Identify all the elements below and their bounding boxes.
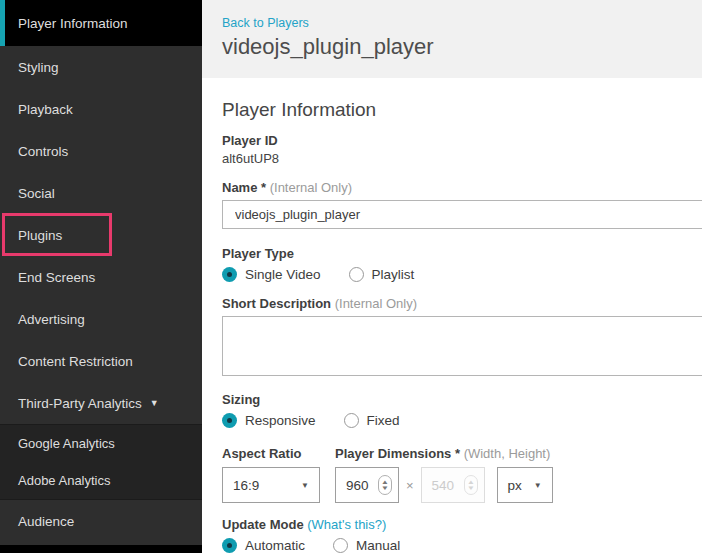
radio-label: Fixed	[367, 413, 400, 428]
width-stepper[interactable]: 960 ▲▼	[335, 467, 399, 503]
name-label: Name * (Internal Only)	[222, 180, 702, 195]
sidebar-item-end-screens[interactable]: End Screens	[0, 256, 202, 298]
player-id-value: alt6utUP8	[222, 151, 702, 166]
radio-playlist[interactable]: Playlist	[349, 267, 415, 282]
sizing-options: Responsive Fixed	[222, 413, 702, 428]
radio-checked-icon	[222, 413, 237, 428]
sizing-label: Sizing	[222, 392, 702, 407]
caret-down-icon: ▼	[534, 481, 542, 490]
radio-manual[interactable]: Manual	[333, 538, 400, 553]
radio-unchecked-icon	[333, 538, 348, 553]
update-mode-label-text: Update Mode	[222, 517, 304, 532]
aspect-ratio-value: 16:9	[233, 478, 259, 493]
analytics-submenu: Google Analytics Adobe Analytics	[0, 424, 202, 500]
short-description-hint: (Internal Only)	[335, 296, 417, 311]
aspect-ratio-label: Aspect Ratio	[222, 446, 320, 461]
sidebar-item-plugins[interactable]: Plugins	[0, 214, 202, 256]
radio-responsive[interactable]: Responsive	[222, 413, 316, 428]
sidebar-item-controls[interactable]: Controls	[0, 130, 202, 172]
radio-label: Manual	[356, 538, 400, 553]
stepper-arrows-icon: ▲▼	[464, 475, 478, 495]
sidebar: Player Information Styling Playback Cont…	[0, 0, 202, 553]
player-type-label: Player Type	[222, 246, 702, 261]
player-dimensions-label: Player Dimensions * (Width, Height)	[335, 446, 553, 461]
short-description-label: Short Description (Internal Only)	[222, 296, 702, 311]
player-id-label: Player ID	[222, 133, 702, 148]
radio-checked-icon	[222, 538, 237, 553]
sidebar-item-third-party-analytics[interactable]: Third-Party Analytics ▼	[0, 382, 202, 424]
page-title: videojs_plugin_player	[222, 34, 702, 60]
radio-single-video[interactable]: Single Video	[222, 267, 321, 282]
radio-unchecked-icon	[349, 267, 364, 282]
sidebar-bottom-strip	[0, 545, 202, 553]
dimensions-section: Aspect Ratio 16:9 ▼ Player Dimensions * …	[222, 446, 702, 503]
short-description-textarea[interactable]	[222, 316, 702, 376]
sidebar-item-advertising[interactable]: Advertising	[0, 298, 202, 340]
radio-label: Single Video	[245, 267, 321, 282]
player-type-options: Single Video Playlist	[222, 267, 702, 282]
width-value: 960	[346, 478, 369, 493]
back-to-players-link[interactable]: Back to Players	[222, 16, 309, 30]
unit-value: px	[508, 478, 522, 493]
height-stepper-disabled: 540 ▲▼	[421, 467, 485, 503]
player-dimensions-group: Player Dimensions * (Width, Height) 960 …	[335, 446, 553, 503]
aspect-ratio-select[interactable]: 16:9 ▼	[222, 467, 320, 503]
whats-this-link[interactable]: (What's this?)	[307, 517, 386, 532]
sidebar-item-social[interactable]: Social	[0, 172, 202, 214]
sidebar-item-adobe-analytics[interactable]: Adobe Analytics	[0, 462, 202, 499]
sidebar-item-player-information[interactable]: Player Information	[0, 0, 202, 46]
sidebar-item-label: Third-Party Analytics	[18, 396, 142, 411]
player-settings-app: Player Information Styling Playback Cont…	[0, 0, 702, 553]
main-panel: Back to Players videojs_plugin_player Pl…	[202, 0, 702, 553]
caret-down-icon: ▼	[301, 481, 309, 490]
sidebar-item-styling[interactable]: Styling	[0, 46, 202, 88]
sidebar-item-playback[interactable]: Playback	[0, 88, 202, 130]
radio-label: Automatic	[245, 538, 305, 553]
short-description-label-text: Short Description	[222, 296, 331, 311]
sidebar-item-google-analytics[interactable]: Google Analytics	[0, 425, 202, 462]
section-title: Player Information	[222, 99, 702, 121]
name-hint: (Internal Only)	[270, 180, 352, 195]
radio-unchecked-icon	[344, 413, 359, 428]
player-dimensions-hint: (Width, Height)	[464, 446, 551, 461]
radio-automatic[interactable]: Automatic	[222, 538, 305, 553]
radio-label: Playlist	[372, 267, 415, 282]
name-label-text: Name *	[222, 180, 266, 195]
radio-fixed[interactable]: Fixed	[344, 413, 400, 428]
unit-select[interactable]: px ▼	[497, 467, 553, 503]
update-mode-options: Automatic Manual	[222, 538, 702, 553]
sidebar-item-audience[interactable]: Audience	[0, 500, 202, 542]
caret-down-icon: ▼	[150, 398, 159, 408]
multiply-sign: ×	[406, 478, 414, 493]
player-information-form: Player Information Player ID alt6utUP8 N…	[202, 99, 702, 553]
aspect-ratio-group: Aspect Ratio 16:9 ▼	[222, 446, 320, 503]
sidebar-item-content-restriction[interactable]: Content Restriction	[0, 340, 202, 382]
name-input[interactable]	[222, 200, 702, 229]
page-header: Back to Players videojs_plugin_player	[202, 0, 702, 78]
height-value: 540	[432, 478, 455, 493]
update-mode-label: Update Mode (What's this?)	[222, 517, 702, 532]
radio-label: Responsive	[245, 413, 316, 428]
radio-checked-icon	[222, 267, 237, 282]
stepper-arrows-icon[interactable]: ▲▼	[378, 475, 392, 495]
player-dimensions-label-text: Player Dimensions *	[335, 446, 460, 461]
